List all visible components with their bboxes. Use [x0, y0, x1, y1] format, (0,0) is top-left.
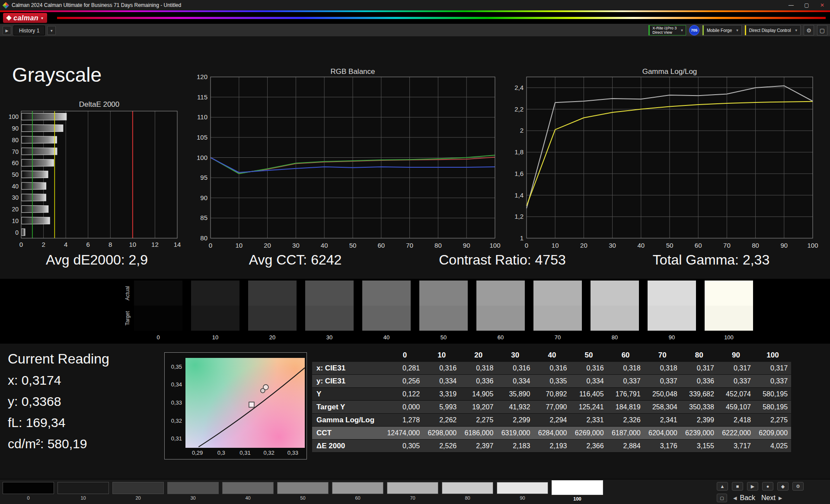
meter-selector[interactable]: X-Rite i1Pro 3 Direct View ▾ — [648, 25, 686, 35]
table-cell: 0,337 — [607, 375, 644, 387]
table-cell: 0,318 — [607, 362, 644, 374]
patch-label: 80 — [442, 495, 493, 501]
swatch-target — [305, 306, 354, 331]
tab-history-1[interactable]: History 1 — [13, 26, 45, 35]
settings-button[interactable]: ⚙ — [804, 25, 814, 35]
grayscale-swatch-100: 100 — [705, 281, 753, 341]
pattern-patch-button-30[interactable]: 30 — [167, 479, 219, 501]
patch-color — [552, 480, 603, 495]
table-cell: 459,107 — [718, 401, 754, 413]
back-button[interactable]: ◀ Back — [733, 494, 755, 502]
svg-text:90: 90 — [200, 194, 208, 201]
svg-text:85: 85 — [200, 214, 208, 221]
page-title: Grayscale — [12, 63, 102, 86]
svg-text:95: 95 — [200, 174, 208, 181]
record-button[interactable]: ● — [762, 482, 773, 491]
svg-text:100: 100 — [9, 113, 19, 120]
svg-text:70: 70 — [723, 242, 731, 249]
table-cell: 3,319 — [423, 388, 460, 400]
stop-button[interactable]: ■ — [732, 482, 743, 491]
patch-label: 90 — [497, 495, 548, 501]
actual-row-label: Actual — [124, 281, 131, 306]
swatch-target — [419, 306, 468, 331]
pattern-patch-button-70[interactable]: 70 — [387, 479, 438, 501]
patch-color — [387, 482, 438, 494]
svg-text:0: 0 — [525, 242, 528, 249]
back-arrow-icon: ◀ — [733, 495, 737, 501]
pattern-patch-button-100[interactable]: 100 — [552, 479, 603, 501]
pattern-patch-button-80[interactable]: 80 — [442, 479, 493, 501]
pattern-patch-button-90[interactable]: 90 — [497, 479, 548, 501]
display-control-selector[interactable]: Direct Display Control ▾ — [745, 25, 801, 35]
pattern-patch-button-60[interactable]: 60 — [332, 479, 383, 501]
minimize-button[interactable]: — — [783, 0, 799, 10]
table-cell: 2,294 — [533, 414, 570, 426]
table-cell: 4,025 — [754, 440, 791, 452]
svg-text:80: 80 — [752, 242, 759, 249]
table-header-cell: 90 — [718, 349, 754, 361]
table-cell: 0,334 — [497, 375, 533, 387]
pattern-patch-button-50[interactable]: 50 — [277, 479, 329, 501]
swatch-level-label: 30 — [305, 334, 354, 341]
table-cell: 6269,000 — [570, 427, 607, 439]
maximize-button[interactable]: ▢ — [799, 0, 814, 10]
chevron-down-icon: ▾ — [795, 28, 797, 32]
window-controls: — ▢ ✕ — [783, 0, 830, 10]
table-row-label: y: CIE31 — [312, 375, 386, 387]
table-cell: 0,256 — [386, 375, 423, 387]
next-button[interactable]: Next ▶ — [761, 494, 782, 502]
back-label: Back — [740, 494, 755, 502]
svg-text:80: 80 — [434, 242, 442, 249]
layout-button[interactable]: ▢ — [817, 25, 827, 35]
patch-color — [167, 482, 219, 494]
play-button[interactable]: ▶ — [747, 482, 758, 491]
table-cell: 0,316 — [533, 362, 570, 374]
table-row: Y0,1223,31914,90535,89070,892116,405176,… — [312, 388, 791, 401]
swatch-actual — [705, 281, 753, 306]
pattern-source-selector[interactable]: Mobile Forge ▾ — [702, 25, 742, 35]
pattern-patch-button-10[interactable]: 10 — [57, 479, 109, 501]
close-button[interactable]: ✕ — [814, 0, 830, 10]
table-header-cell: 50 — [570, 349, 607, 361]
swatch-level-label: 50 — [419, 334, 468, 341]
table-cell: 0,305 — [386, 440, 423, 452]
swatch-target — [533, 306, 582, 331]
pattern-patch-button-40[interactable]: 40 — [222, 479, 274, 501]
svg-text:1,6: 1,6 — [514, 170, 524, 177]
logo-bar: calman ▾ — [0, 12, 830, 24]
svg-text:4: 4 — [64, 241, 67, 248]
eject-button[interactable]: ▲ — [717, 482, 728, 491]
calman-logo-menu[interactable]: calman ▾ — [3, 13, 47, 23]
pattern-window-button[interactable]: ▢ — [717, 494, 727, 502]
history-more-button[interactable]: ▾ — [47, 26, 56, 35]
pattern-patch-button-20[interactable]: 20 — [112, 479, 164, 501]
pattern-patch-button-0[interactable]: 0 — [3, 479, 54, 501]
stop-icon: ■ — [736, 484, 739, 489]
table-header-cell: 40 — [533, 349, 570, 361]
cie-y-axis-labels: 0,350,340,330,320,31 — [165, 358, 183, 448]
pattern-button[interactable]: ◆ — [777, 482, 788, 491]
history-expand-button[interactable]: ▶ — [3, 26, 11, 35]
target-row-label: Target — [124, 306, 131, 331]
svg-text:80: 80 — [12, 137, 19, 144]
svg-text:40: 40 — [12, 183, 19, 190]
patch-label: 40 — [222, 495, 274, 501]
svg-text:0: 0 — [15, 229, 19, 236]
table-header-cell: 20 — [460, 349, 497, 361]
measurement-table: 0102030405060708090100x: CIE310,2810,316… — [312, 349, 791, 453]
table-row-label: Target Y — [312, 401, 386, 413]
calman-logo-text: calman — [13, 14, 38, 22]
svg-text:10: 10 — [552, 242, 559, 249]
table-row: CCT12474,0006298,0006186,0006319,0006284… — [312, 427, 791, 440]
table-cell: 6222,000 — [718, 427, 754, 439]
table-header-cell: 0 — [386, 349, 423, 361]
patch-label: 100 — [552, 496, 603, 501]
toolbar-right: X-Rite i1Pro 3 Direct View ▾ 705 Mobile … — [648, 25, 827, 35]
settings-button[interactable]: ⚙ — [792, 482, 804, 491]
swatch-actual — [533, 281, 582, 306]
svg-text:60: 60 — [12, 159, 19, 166]
svg-text:1,2: 1,2 — [514, 213, 524, 220]
svg-text:30: 30 — [292, 242, 300, 249]
svg-text:14: 14 — [174, 241, 181, 248]
table-cell: 3,176 — [644, 440, 681, 452]
